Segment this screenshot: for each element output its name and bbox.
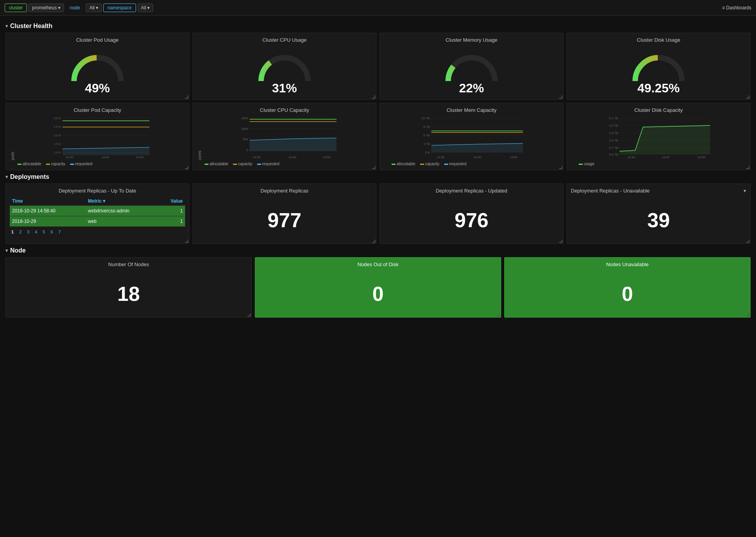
cluster-health-title: Cluster Health xyxy=(10,23,52,30)
resize-handle[interactable] xyxy=(559,95,562,99)
disk-capacity-chart: 4.1 TB 4.0 TB 3.9 TB 3.8 TB 3.7 TB 3.6 T… xyxy=(571,116,746,159)
resize-handle[interactable] xyxy=(497,313,500,316)
svg-text:1.0 K: 1.0 K xyxy=(54,151,61,154)
page-5[interactable]: 5 xyxy=(41,229,47,235)
replicas-unavail-title-text: Deployment Replicas - Unavailable xyxy=(571,188,650,194)
svg-text:14:30: 14:30 xyxy=(65,155,74,159)
mem-usage-gauge: 22% xyxy=(384,46,559,95)
svg-text:3 TB: 3 TB xyxy=(423,142,430,146)
deployment-replicas-title: Deployment Replicas xyxy=(197,188,372,194)
mem-capacity-card: Cluster Mem Capacity 10 TB 8 TB 5 TB 3 T… xyxy=(380,103,563,170)
legend-requested: requested xyxy=(70,162,92,166)
mem-capacity-chart: 10 TB 8 TB 5 TB 3 TB 0 B 14:30 14:40 14:… xyxy=(384,116,559,159)
chevron-icon3: ▾ xyxy=(5,248,8,253)
resize-handle[interactable] xyxy=(185,240,188,243)
cell-time: 2018-10-29 14:58:40 xyxy=(10,206,86,216)
resize-handle[interactable] xyxy=(746,166,749,169)
svg-text:14:30: 14:30 xyxy=(436,155,445,159)
replicas-unavail-card: Deployment Replicas - Unavailable ▾ 39 xyxy=(567,184,751,244)
node-filter[interactable]: node xyxy=(65,4,85,12)
chevron-icon2: ▾ xyxy=(5,174,8,180)
node-title: Node xyxy=(10,247,26,254)
svg-text:14:50: 14:50 xyxy=(510,155,518,159)
resize-handle[interactable] xyxy=(746,240,749,243)
page-7[interactable]: 7 xyxy=(57,229,62,235)
namespace-all-label: All xyxy=(141,5,146,11)
svg-text:3.7 TB: 3.7 TB xyxy=(609,146,618,150)
nodes-unavail-card: Nodes Unavailable 0 xyxy=(504,257,751,318)
deployment-replicas-card: Deployment Replicas 977 xyxy=(193,184,376,244)
num-nodes-card: Number Of Nodes 18 xyxy=(5,257,252,318)
chevron-down-icon3: ▾ xyxy=(147,5,150,11)
svg-rect-28 xyxy=(417,116,526,159)
topbar: cluster prometheus ▾ node All ▾ namespac… xyxy=(0,0,756,16)
capacity-charts-row: Cluster Pod Capacity pods 3.0 K 2.5 K xyxy=(5,103,751,170)
resize-handle[interactable] xyxy=(746,95,749,99)
cpu-usage-title: Cluster CPU Usage xyxy=(197,37,372,43)
legend-alloc2: allocatable xyxy=(205,162,228,166)
svg-text:14:40: 14:40 xyxy=(288,155,297,159)
resize-handle[interactable] xyxy=(185,95,188,99)
mem-usage-card: Cluster Memory Usage 22% xyxy=(380,33,563,100)
svg-text:14:30: 14:30 xyxy=(627,155,636,159)
resize-handle[interactable] xyxy=(746,313,749,316)
resize-handle[interactable] xyxy=(559,166,562,169)
svg-text:3.9 TB: 3.9 TB xyxy=(609,131,618,135)
namespace-all-dropdown[interactable]: All ▾ xyxy=(138,4,153,12)
prometheus-label: prometheus xyxy=(32,5,57,11)
resize-handle[interactable] xyxy=(559,240,562,243)
nodes-out-disk-value: 0 xyxy=(259,270,497,313)
legend-allocatable: allocatable xyxy=(18,162,41,166)
col-value[interactable]: Value xyxy=(159,197,185,206)
page-2[interactable]: 2 xyxy=(18,229,23,235)
cpu-capacity-title: Cluster CPU Capacity xyxy=(197,107,372,113)
page-6[interactable]: 6 xyxy=(49,229,55,235)
svg-text:14:30: 14:30 xyxy=(253,155,261,159)
resize-handle[interactable] xyxy=(247,313,251,316)
resize-handle[interactable] xyxy=(372,240,375,243)
cell-time2: 2018-10-29 xyxy=(10,216,86,227)
deployments-header[interactable]: ▾ Deployments xyxy=(5,173,751,180)
page-3[interactable]: 3 xyxy=(25,229,31,235)
legend-cap2: capacity xyxy=(233,162,253,166)
node-header[interactable]: ▾ Node xyxy=(5,247,751,254)
pod-capacity-title: Cluster Pod Capacity xyxy=(10,107,185,113)
cpu-capacity-legend: allocatable capacity requested xyxy=(197,162,372,166)
replicas-table-card: Deployment Replicas - Up To Date Time Me… xyxy=(5,184,189,244)
dropdown-icon[interactable]: ▾ xyxy=(744,188,746,194)
mem-usage-value: 22% xyxy=(459,81,484,95)
col-metric[interactable]: Metric ▾ xyxy=(86,197,159,206)
mem-capacity-legend: allocatable capacity requested xyxy=(384,162,559,166)
disk-capacity-legend: usage xyxy=(571,162,746,166)
chevron-down-icon2: ▾ xyxy=(96,5,98,11)
svg-text:1.5 K: 1.5 K xyxy=(54,142,61,146)
cluster-health-header[interactable]: ▾ Cluster Health xyxy=(5,23,751,30)
svg-text:8 TB: 8 TB xyxy=(423,125,430,129)
disk-usage-card: Cluster Disk Usage 49.25% xyxy=(567,33,751,100)
chevron-icon: ▾ xyxy=(5,23,8,29)
svg-marker-27 xyxy=(250,138,337,151)
replicas-updated-card: Deployment Replicas - Updated 976 xyxy=(380,184,563,244)
nodes-out-disk-card: Nodes Out of Disk 0 xyxy=(255,257,501,318)
deployment-replicas-value: 977 xyxy=(197,197,372,240)
deployments-row: Deployment Replicas - Up To Date Time Me… xyxy=(5,184,751,244)
svg-text:4.1 TB: 4.1 TB xyxy=(609,117,618,120)
namespace-filter[interactable]: namespace xyxy=(103,4,136,12)
pagination: 1 2 3 4 5 6 7 xyxy=(10,229,185,235)
resize-handle[interactable] xyxy=(372,166,375,169)
node-row: Number Of Nodes 18 Nodes Out of Disk 0 N… xyxy=(5,257,751,318)
cluster-filter[interactable]: cluster xyxy=(5,4,27,12)
prometheus-dropdown[interactable]: prometheus ▾ xyxy=(28,4,64,12)
num-nodes-title: Number Of Nodes xyxy=(10,261,247,267)
node-all-dropdown[interactable]: All ▾ xyxy=(86,4,101,12)
page-1[interactable]: 1 xyxy=(10,229,15,235)
col-time[interactable]: Time xyxy=(10,197,86,206)
resize-handle[interactable] xyxy=(372,95,375,99)
dashboards-button[interactable]: ≡ Dashboards xyxy=(722,5,751,11)
page-4[interactable]: 4 xyxy=(33,229,39,235)
resize-handle[interactable] xyxy=(185,166,188,169)
deployments-title: Deployments xyxy=(10,173,49,180)
num-nodes-value: 18 xyxy=(10,270,247,313)
pod-capacity-legend: allocatable capacity requested xyxy=(10,162,185,166)
svg-text:1000: 1000 xyxy=(241,127,248,131)
